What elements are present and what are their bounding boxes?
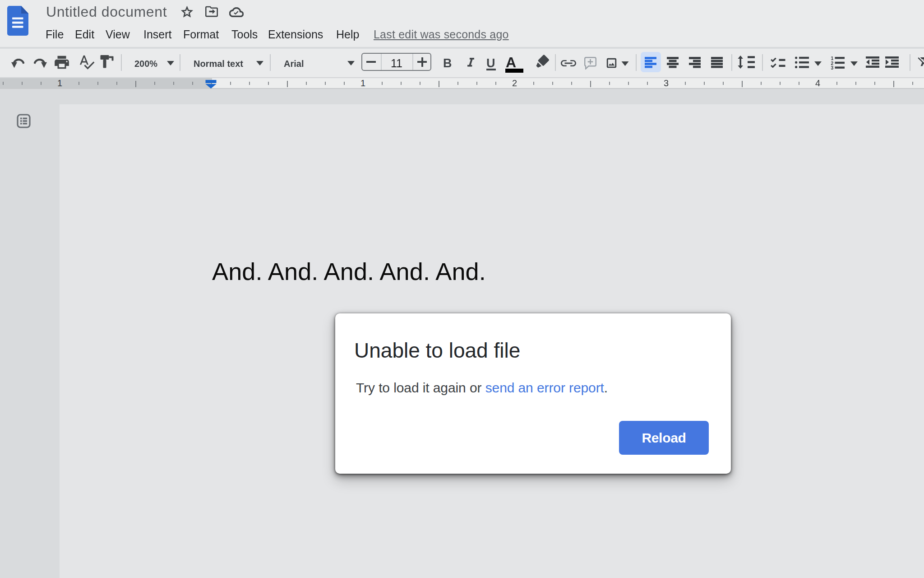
svg-text:3: 3 (831, 65, 834, 70)
